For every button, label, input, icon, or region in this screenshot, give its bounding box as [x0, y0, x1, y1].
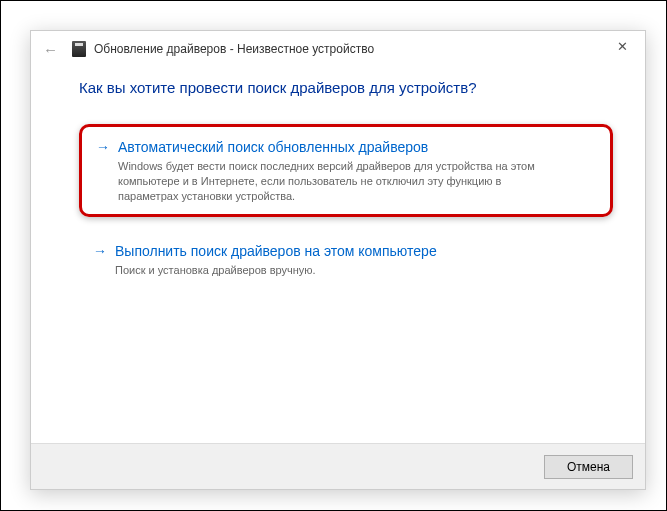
dialog-footer: Отмена: [31, 443, 645, 489]
arrow-right-icon: →: [93, 241, 107, 261]
window-title: Обновление драйверов - Неизвестное устро…: [94, 42, 374, 56]
option-title: Выполнить поиск драйверов на этом компью…: [115, 241, 437, 261]
option-header: → Выполнить поиск драйверов на этом комп…: [93, 241, 599, 261]
page-heading: Как вы хотите провести поиск драйверов д…: [79, 79, 613, 96]
device-icon: [72, 41, 86, 57]
option-header: → Автоматический поиск обновленных драйв…: [96, 137, 596, 157]
titlebar: ← Обновление драйверов - Неизвестное уст…: [31, 31, 645, 67]
arrow-right-icon: →: [96, 137, 110, 157]
option-description: Поиск и установка драйверов вручную.: [115, 263, 535, 278]
back-icon[interactable]: ←: [39, 37, 62, 62]
close-button[interactable]: ✕: [599, 31, 645, 61]
content-area: Как вы хотите провести поиск драйверов д…: [31, 67, 645, 443]
cancel-button[interactable]: Отмена: [544, 455, 633, 479]
option-local-search[interactable]: → Выполнить поиск драйверов на этом комп…: [79, 231, 613, 288]
option-title: Автоматический поиск обновленных драйвер…: [118, 137, 428, 157]
option-description: Windows будет вести поиск последних верс…: [118, 159, 538, 204]
driver-update-dialog: ← Обновление драйверов - Неизвестное уст…: [30, 30, 646, 490]
option-auto-search[interactable]: → Автоматический поиск обновленных драйв…: [79, 124, 613, 217]
close-icon: ✕: [617, 39, 628, 54]
